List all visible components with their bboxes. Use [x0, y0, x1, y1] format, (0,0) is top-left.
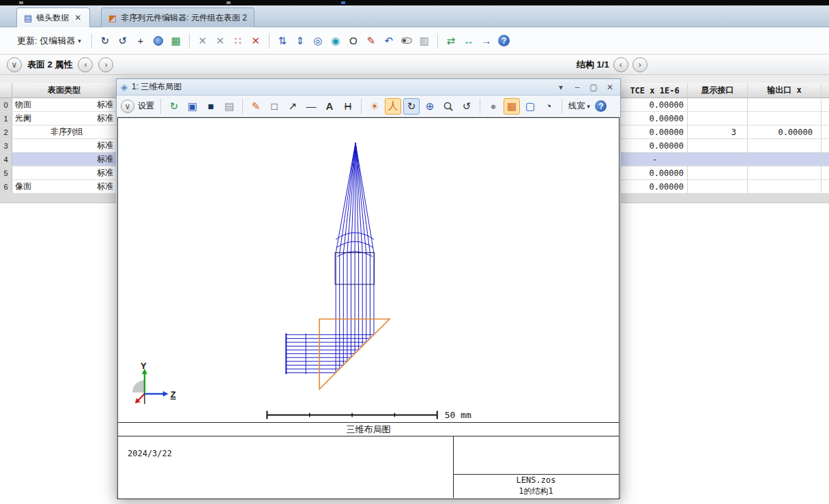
surface-type-cell[interactable]: 标准: [41, 139, 113, 152]
surface-type-cell[interactable]: 标准: [41, 153, 113, 166]
help-icon[interactable]: ?: [497, 33, 512, 48]
cut-tool-icon[interactable]: ✕: [195, 33, 210, 48]
tce-cell[interactable]: 0.00000: [622, 166, 688, 179]
tce-cell[interactable]: 0.00000: [622, 112, 688, 125]
pan-icon[interactable]: ⊕: [422, 98, 438, 115]
delete-icon[interactable]: ✕: [248, 33, 263, 48]
update-all-icon[interactable]: ↻: [98, 33, 113, 48]
arrow-tool-icon[interactable]: ↗: [285, 98, 301, 115]
settings-expand-button[interactable]: ∨: [121, 100, 134, 113]
swap-icon[interactable]: ⇄: [443, 33, 459, 48]
scale-label: 50 mm: [445, 410, 471, 420]
prev-config-button[interactable]: ‹: [613, 57, 628, 72]
properties-expand-button[interactable]: ∨: [7, 57, 22, 72]
person-view-icon[interactable]: 人: [385, 98, 401, 115]
ports-cell[interactable]: [688, 112, 748, 125]
settings-label[interactable]: 设置: [136, 100, 156, 112]
tab-nsc-editor[interactable]: ◩ 非序列元件编辑器: 元件组在表面 2: [101, 8, 254, 27]
ray-fan-icon[interactable]: ☀: [366, 98, 383, 115]
exit-cell[interactable]: [748, 112, 821, 125]
clock-icon[interactable]: ◔: [540, 98, 557, 115]
cut-tool-alt-icon[interactable]: ✕: [213, 33, 228, 48]
window-minimize-icon[interactable]: –: [571, 81, 583, 93]
ports-cell[interactable]: [688, 166, 748, 179]
ports-cell[interactable]: [688, 153, 748, 166]
next-surface-button[interactable]: ›: [98, 57, 113, 72]
update-mode-dropdown[interactable]: 更新: 仅编辑器 ▾: [12, 32, 86, 50]
exit-cell[interactable]: 0.00000: [748, 125, 821, 138]
help-glyph: ?: [498, 35, 510, 46]
window-maximize-icon[interactable]: ▢: [587, 81, 600, 93]
toolbar-separator: [361, 99, 362, 114]
ports-cell[interactable]: 3: [688, 125, 748, 138]
zoom-icon[interactable]: [440, 98, 456, 115]
undo-view-icon[interactable]: ↺: [459, 98, 475, 115]
curve-tool-icon[interactable]: ↶: [381, 33, 396, 48]
anchor-icon[interactable]: ◎: [310, 33, 325, 48]
rectangle-tool-icon[interactable]: □: [266, 98, 282, 115]
surface-type-cell[interactable]: 标准: [41, 180, 113, 193]
lens-data-icon: ▤: [24, 13, 32, 23]
line-tool-icon[interactable]: —: [303, 98, 319, 115]
exit-cell[interactable]: [748, 180, 821, 193]
print-icon[interactable]: ▤: [221, 98, 237, 115]
magnifier-glyph: [443, 101, 454, 112]
aperture-icon[interactable]: O: [346, 33, 361, 48]
exit-cell[interactable]: [748, 153, 821, 166]
window-menu-icon[interactable]: ▾: [555, 81, 567, 93]
left-right-arrow-icon[interactable]: ↔: [461, 33, 476, 48]
pencil-icon[interactable]: ✎: [248, 98, 264, 115]
image-tool-icon[interactable]: ▦: [169, 33, 184, 48]
text-tool-icon[interactable]: A: [321, 98, 338, 115]
exit-cell[interactable]: [748, 98, 821, 111]
tab-close-icon[interactable]: ✕: [73, 13, 83, 23]
ports-cell[interactable]: [688, 139, 748, 152]
notes-icon[interactable]: ▥: [417, 33, 432, 48]
globe-grid-icon[interactable]: ◉: [328, 33, 343, 48]
ports-cell[interactable]: [688, 180, 748, 193]
tab-lens-data[interactable]: ▤ 镜头数据 ✕: [16, 8, 90, 27]
dimension-tool-icon[interactable]: H: [340, 98, 356, 115]
next-config-button[interactable]: ›: [632, 57, 648, 72]
surface-type-cell[interactable]: 标准: [41, 166, 113, 179]
strip-dot: [227, 1, 231, 4]
linewidth-dropdown[interactable]: 线宽 ▾: [567, 100, 592, 112]
surface-type-cell[interactable]: 标准: [41, 112, 113, 125]
ports-cell[interactable]: [688, 98, 748, 111]
tce-cell[interactable]: 0.00000: [622, 125, 688, 138]
lamp-icon[interactable]: ●: [485, 98, 501, 115]
surface-type-cell[interactable]: 非序列组: [41, 125, 83, 138]
chevron-down-icon: ▾: [587, 103, 590, 110]
layout-window-titlebar[interactable]: ◈ 1: 三维布局图 ▾ – ▢ ✕: [117, 79, 620, 95]
layout-canvas[interactable]: Y Z 50 mm: [118, 118, 619, 422]
save-icon[interactable]: ■: [203, 98, 219, 115]
dice-icon[interactable]: ∷: [231, 33, 246, 48]
update-settings-icon[interactable]: ↺: [115, 33, 130, 48]
crosshair-icon[interactable]: +: [133, 33, 148, 48]
tce-cell[interactable]: 0.00000: [622, 180, 688, 193]
prev-surface-button[interactable]: ‹: [78, 57, 93, 72]
z-axis-arrowhead: [163, 391, 169, 397]
refresh-icon[interactable]: ↻: [166, 98, 182, 115]
exit-cell[interactable]: [748, 139, 821, 152]
tce-cell[interactable]: 0.00000: [622, 139, 688, 152]
orbit-icon[interactable]: ↻: [403, 98, 420, 115]
toolbar-separator: [189, 33, 190, 48]
toggle-icon[interactable]: [399, 33, 414, 48]
window-help-icon[interactable]: ?: [594, 99, 609, 114]
insert-surface-icon[interactable]: ⇅: [275, 33, 290, 48]
editor-tabbar: ▤ 镜头数据 ✕ ◩ 非序列元件编辑器: 元件组在表面 2: [0, 5, 829, 27]
exit-cell[interactable]: [748, 166, 821, 179]
go-arrow-icon[interactable]: →: [479, 33, 494, 48]
tce-cell[interactable]: 0.00000: [622, 98, 688, 111]
field-globe-icon[interactable]: [151, 33, 166, 48]
surface-type-cell[interactable]: 标准: [41, 98, 113, 111]
window-close-icon[interactable]: ✕: [604, 81, 616, 93]
insert-after-icon[interactable]: ⇕: [293, 33, 308, 48]
pencil-check-icon[interactable]: ✎: [364, 33, 379, 48]
ports-header: 显示接口: [688, 83, 748, 98]
tce-cell[interactable]: -: [622, 153, 688, 166]
copy-icon[interactable]: ▣: [184, 98, 201, 115]
split-view-icon[interactable]: ▦: [504, 98, 520, 115]
monitor-icon[interactable]: ▢: [522, 98, 538, 115]
